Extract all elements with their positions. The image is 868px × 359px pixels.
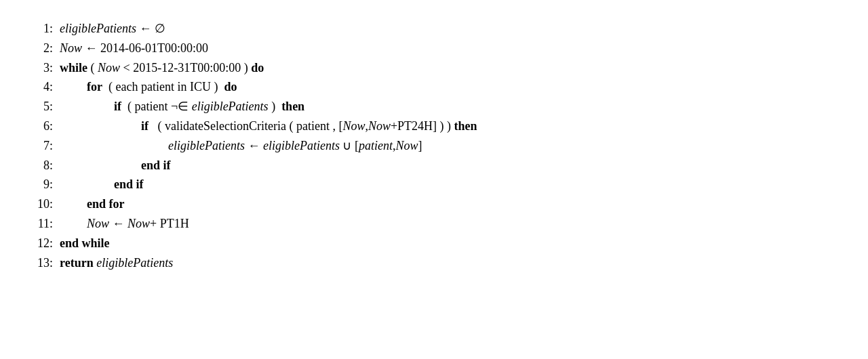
var-now-11b: Now [127,214,150,234]
line-content-1: eligiblePatients ← ∅ [60,19,165,39]
var-now-6b: Now [368,117,391,136]
var-now-3: Now [98,58,120,78]
line-num-10: 10: [27,194,53,214]
line-content-6: if ( validateSelectionCriteria ( patient… [141,117,477,136]
func-validate: validateSelectionCriteria [165,117,286,136]
var-now-11: Now [87,214,109,234]
line-content-10: end for [87,194,125,214]
space-5a: ( [121,97,135,117]
line-6: 6: if ( validateSelectionCriteria ( pati… [27,117,841,136]
line-num-6: 6: [27,117,53,136]
line-5: 5: if ( patient ¬∈ eligiblePatients ) th… [27,97,841,117]
line-content-7: eligiblePatients ← eligiblePatients ∪ [ … [168,136,422,156]
line-num-12: 12: [27,234,53,253]
patient-6: patient [296,117,330,136]
kw-for: for [87,77,102,97]
line-num-7: 7: [27,136,53,156]
close-paren-3: ) [241,58,248,78]
space-6b: ( [286,117,296,136]
var-eligible-13: eligiblePatients [96,253,173,273]
space-4b: ) [211,77,224,97]
assign-7: ← [245,136,263,156]
line-num-11: 11: [27,214,53,234]
line-num-9: 9: [27,175,53,194]
var-eligible-patients-1: eligiblePatients [60,19,136,39]
assign-11: ← [109,214,127,234]
kw-end-if-9: end if [114,175,144,194]
line-content-8: end if [141,156,171,175]
line-4: 4: for ( each patient in ICU ) do [27,77,841,97]
line-content-12: end while [60,234,110,253]
space-6a: ( [149,117,165,136]
kw-end-for: end for [87,194,125,214]
line-10: 10: end for [27,194,841,214]
assign-sym-2: ← [82,39,100,58]
var-eligible-7b: eligiblePatients [263,136,340,156]
line-8: 8: end if [27,156,841,175]
union-7: ∪ [340,136,355,156]
line-content-11: Now ← Now + PT1H [87,214,189,234]
line-num-4: 4: [27,77,53,97]
line-num-8: 8: [27,156,53,175]
line-num-1: 1: [27,19,53,39]
bracket-close-7: ] [418,136,422,156]
line-2: 2: Now ← 2014-06-01T00:00:00 [27,39,841,58]
var-eligible-5: eligiblePatients [192,97,269,117]
kw-then-6: then [454,117,477,136]
datetime-2: 2014-06-01T00:00:00 [100,39,208,58]
line-7: 7: eligiblePatients ← eligiblePatients ∪… [27,136,841,156]
each-patient: each patient in ICU [115,77,210,97]
kw-do-3: do [251,58,264,78]
var-eligible-7: eligiblePatients [168,136,245,156]
line-num-2: 2: [27,39,53,58]
line-content-13: return eligiblePatients [60,253,173,273]
close-6: ) [437,117,447,136]
assign-sym-1: ← [136,19,155,39]
kw-end-while: end while [60,234,110,253]
line-num-3: 3: [27,58,53,78]
kw-do-4: do [224,77,237,97]
var-now-7: Now [395,136,418,156]
line-num-5: 5: [27,97,53,117]
plus-6: +PT24H] [391,117,437,136]
var-now-6a: Now [342,117,365,136]
datetime-3: 2015-12-31T00:00:00 [133,58,241,78]
var-now-2: Now [60,39,82,58]
line-num-13: 13: [27,253,53,273]
kw-return: return [60,253,94,273]
line-3: 3: while ( Now < 2015-12-31T00:00:00 ) d… [27,58,841,78]
kw-end-if-8: end if [141,156,171,175]
plus-11: + PT1H [150,214,189,234]
line-content-5: if ( patient ¬∈ eligiblePatients ) then [114,97,304,117]
kw-while: while [60,58,87,78]
var-patient-7: patient [359,136,393,156]
line-content-4: for ( each patient in ICU ) do [87,77,237,97]
space-4a: ( [102,77,116,97]
space-3a: ( [87,58,98,78]
line-9: 9: end if [27,175,841,194]
patient-5: patient [135,97,168,117]
line-content-9: end if [114,175,144,194]
kw-then-5: then [281,97,304,117]
kw-if-5: if [114,97,121,117]
not-elem: ¬∈ [171,97,189,117]
line-12: 12: end while [27,234,841,253]
algorithm-container: 1: eligiblePatients ← ∅ 2: Now ← 2014-06… [0,0,868,359]
line-content-3: while ( Now < 2015-12-31T00:00:00 ) do [60,58,264,78]
line-1: 1: eligiblePatients ← ∅ [27,19,841,39]
line-content-2: Now ← 2014-06-01T00:00:00 [60,39,208,58]
lt-sym: < [120,58,133,78]
line-11: 11: Now ← Now + PT1H [27,214,841,234]
kw-if-6: if [141,117,149,136]
close-5: ) [269,97,282,117]
comma-6: , [330,117,339,136]
line-13: 13: return eligiblePatients [27,253,841,273]
empty-set-1: ∅ [155,19,165,39]
